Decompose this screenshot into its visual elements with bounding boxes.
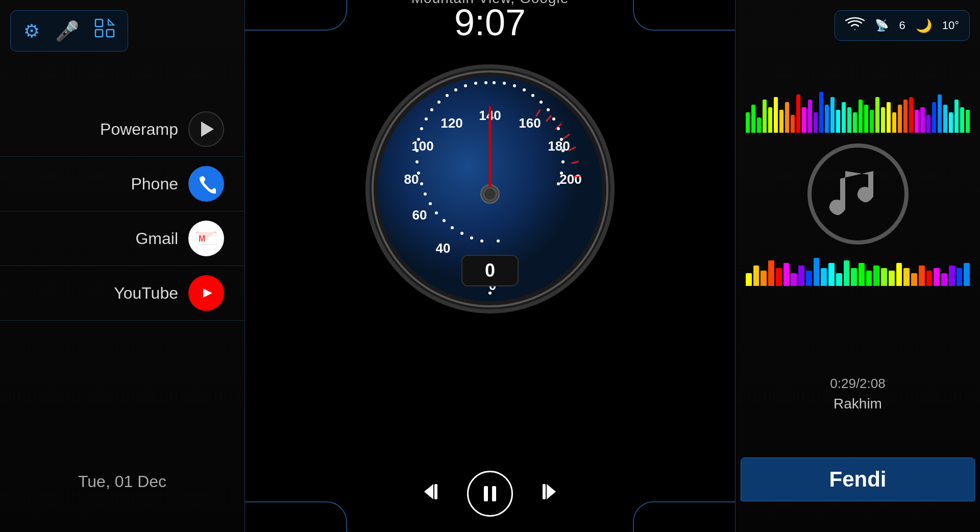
eq-bar-top-18	[847, 107, 851, 133]
svg-point-42	[557, 182, 560, 185]
eq-bar-bottom-4	[776, 268, 782, 286]
eq-bar-bottom-20	[896, 263, 902, 286]
svg-line-28	[573, 176, 581, 177]
eq-bar-bottom-5	[783, 263, 790, 286]
poweramp-play-button[interactable]	[188, 111, 224, 147]
eq-bar-bottom-1	[753, 265, 760, 286]
svg-point-45	[464, 84, 467, 87]
eq-bar-top-39	[966, 110, 970, 133]
eq-bar-bottom-12	[836, 273, 842, 286]
eq-bar-top-31	[920, 107, 924, 133]
eq-bar-top-26	[892, 112, 896, 133]
apps-grid-icon[interactable]	[94, 18, 115, 43]
svg-text:60: 60	[412, 207, 427, 223]
svg-marker-1	[108, 19, 114, 25]
svg-point-60	[443, 219, 446, 222]
right-panel: 📡 6 🌙 10° 0:29/2:08 Rakhim Fendi	[735, 0, 980, 532]
youtube-icon-circle	[188, 275, 224, 311]
music-note-icon[interactable]	[807, 143, 909, 245]
eq-bar-top-32	[926, 115, 930, 133]
wifi-icon	[845, 17, 865, 34]
settings-icon[interactable]: ⚙	[23, 20, 40, 42]
microphone-icon[interactable]: 🎤	[55, 20, 79, 42]
eq-bar-top-36	[949, 112, 953, 133]
play-triangle-icon	[201, 122, 214, 137]
eq-bar-top-12	[814, 112, 818, 133]
status-bar-right: 📡 6 🌙 10°	[835, 10, 970, 41]
svg-point-38	[560, 138, 563, 141]
eq-bar-top-15	[830, 97, 835, 133]
prev-track-button[interactable]	[421, 479, 447, 509]
svg-point-48	[437, 101, 440, 104]
pause-icon	[484, 486, 496, 501]
moon-icon: 🌙	[916, 18, 932, 34]
eq-bar-top-34	[938, 94, 942, 133]
pause-bar-right	[492, 486, 496, 501]
eq-bar-bottom-27	[949, 265, 955, 286]
eq-bar-top-13	[819, 92, 823, 133]
svg-point-56	[420, 182, 423, 185]
music-controls	[421, 471, 559, 517]
svg-text:100: 100	[411, 138, 433, 154]
app-item-poweramp[interactable]: Poweramp	[0, 102, 244, 157]
eq-bar-top-25	[887, 102, 891, 133]
eq-bar-top-3	[763, 100, 767, 133]
eq-bar-top-1	[751, 105, 755, 133]
svg-rect-0	[95, 19, 103, 27]
svg-text:80: 80	[404, 172, 419, 187]
track-time-display: 0:29/2:08	[736, 376, 980, 392]
svg-point-58	[429, 202, 432, 205]
eq-bar-bottom-14	[851, 268, 857, 286]
pause-play-button[interactable]	[467, 471, 513, 517]
svg-point-51	[420, 127, 423, 130]
svg-point-62	[460, 232, 463, 235]
svg-point-70	[484, 188, 496, 200]
next-track-button[interactable]	[533, 479, 559, 509]
svg-point-61	[451, 226, 454, 229]
eq-bar-top-20	[859, 100, 863, 133]
svg-point-29	[493, 81, 496, 84]
signal-count: 6	[899, 19, 905, 32]
pause-bar-left	[484, 486, 488, 501]
svg-text:120: 120	[440, 115, 462, 131]
eq-bar-bottom-11	[828, 263, 835, 286]
track-info: 0:29/2:08 Rakhim	[736, 376, 980, 420]
svg-point-47	[446, 94, 449, 97]
svg-marker-75	[547, 484, 556, 499]
app-item-youtube[interactable]: YouTube	[0, 266, 244, 321]
svg-point-54	[415, 160, 419, 163]
svg-point-31	[513, 84, 516, 87]
eq-bar-top-29	[909, 97, 913, 133]
app-item-phone[interactable]: Phone	[0, 157, 244, 211]
eq-bar-bottom-23	[919, 265, 925, 286]
eq-bar-bottom-26	[941, 273, 947, 286]
eq-bar-bottom-10	[821, 268, 827, 286]
svg-point-37	[557, 127, 560, 130]
eq-bar-bottom-6	[791, 273, 797, 286]
svg-point-53	[415, 149, 419, 152]
svg-point-39	[561, 149, 565, 152]
svg-rect-74	[434, 484, 437, 499]
eq-bar-top-23	[875, 97, 879, 133]
app-item-gmail[interactable]: Gmail M	[0, 211, 244, 266]
app-list: Poweramp Phone Gmail	[0, 102, 244, 321]
eq-bar-bottom-2	[761, 271, 767, 286]
svg-point-46	[454, 88, 457, 91]
svg-point-65	[488, 292, 492, 295]
eq-bar-bottom-25	[934, 268, 940, 286]
svg-point-44	[474, 82, 477, 85]
svg-rect-3	[107, 30, 114, 37]
eq-bar-bottom-19	[889, 271, 895, 286]
svg-point-36	[552, 117, 555, 120]
song-title-banner[interactable]: Fendi	[741, 457, 975, 501]
svg-point-52	[417, 138, 420, 141]
eq-bar-top-38	[960, 107, 964, 133]
eq-bar-bottom-16	[866, 271, 872, 286]
svg-rect-2	[95, 30, 103, 37]
svg-point-32	[523, 88, 526, 91]
temperature-display: 10°	[942, 19, 959, 32]
eq-bar-bottom-24	[926, 271, 933, 286]
eq-bar-top-0	[746, 112, 750, 133]
svg-point-33	[531, 94, 534, 97]
eq-bar-bottom-21	[903, 268, 910, 286]
